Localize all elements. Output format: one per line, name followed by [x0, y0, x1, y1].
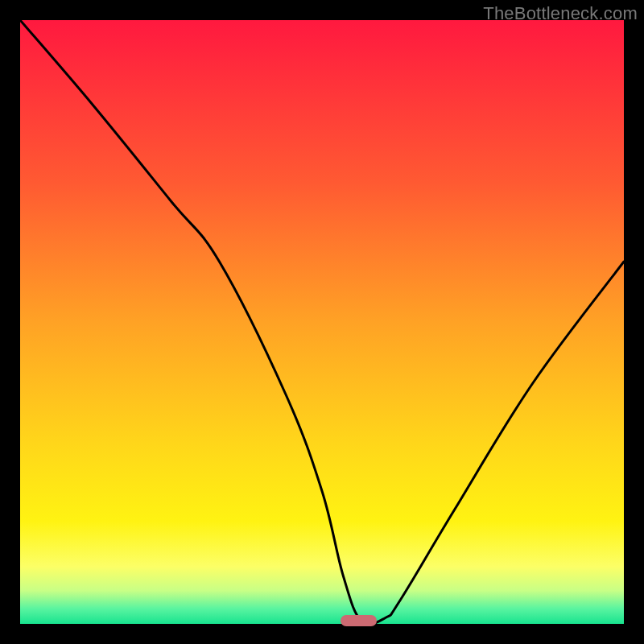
- curve-layer: [20, 20, 624, 624]
- bottleneck-curve: [20, 20, 624, 624]
- plot-area: [20, 20, 624, 624]
- optimal-marker: [341, 615, 377, 626]
- chart-frame: TheBottleneck.com: [0, 0, 644, 644]
